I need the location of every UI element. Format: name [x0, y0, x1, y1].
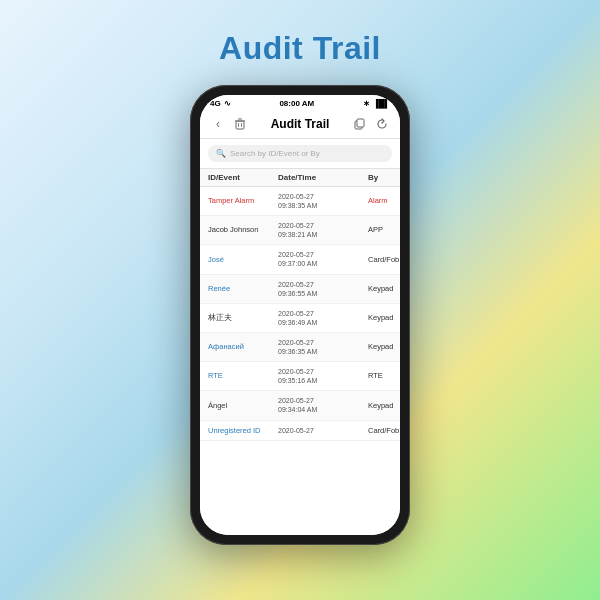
cell-id: Unregistered ID	[208, 426, 278, 436]
cell-id: José	[208, 255, 278, 265]
svg-rect-0	[236, 121, 244, 129]
table-container: ID/Event Date/Time By Tamper Alarm2020-0…	[200, 169, 400, 535]
cell-datetime: 2020-05-27 09:34:04 AM	[278, 396, 368, 414]
search-input[interactable]: 🔍 Search by ID/Event or By	[208, 145, 392, 162]
search-placeholder: Search by ID/Event or By	[230, 149, 320, 158]
table-row[interactable]: José2020-05-27 09:37:00 AMCard/Fob	[200, 245, 400, 274]
table-row[interactable]: 林正夫2020-05-27 09:36:49 AMKeypad	[200, 304, 400, 333]
nav-icons-left: ‹	[210, 116, 248, 132]
table-header: ID/Event Date/Time By	[200, 169, 400, 187]
cell-datetime: 2020-05-27 09:37:00 AM	[278, 250, 368, 268]
col-header-by: By	[368, 173, 400, 182]
table-body: Tamper Alarm2020-05-27 09:38:35 AMAlarmJ…	[200, 187, 400, 441]
col-header-datetime: Date/Time	[278, 173, 368, 182]
cell-datetime: 2020-05-27 09:35:16 AM	[278, 367, 368, 385]
cell-by: Keypad	[368, 342, 400, 352]
table-row[interactable]: Tamper Alarm2020-05-27 09:38:35 AMAlarm	[200, 187, 400, 216]
table-row[interactable]: RTE2020-05-27 09:35:16 AMRTE	[200, 362, 400, 391]
bluetooth-icon: ∗	[363, 99, 370, 108]
cell-id: RTE	[208, 371, 278, 381]
svg-rect-6	[357, 119, 364, 127]
status-time: 08:00 AM	[279, 99, 314, 108]
nav-title: Audit Trail	[271, 117, 330, 131]
cell-id: Jacob Johnson	[208, 225, 278, 235]
signal-icon: 4G	[210, 99, 221, 108]
table-row[interactable]: Jacob Johnson2020-05-27 09:38:21 AMAPP	[200, 216, 400, 245]
col-header-id: ID/Event	[208, 173, 278, 182]
status-right: ∗ ▐█▌	[363, 99, 390, 108]
delete-button[interactable]	[232, 116, 248, 132]
status-bar: 4G ∿ 08:00 AM ∗ ▐█▌	[200, 95, 400, 110]
table-row[interactable]: Unregistered ID2020-05-27Card/Fob	[200, 421, 400, 442]
cell-datetime: 2020-05-27	[278, 426, 368, 435]
cell-by: Card/Fob	[368, 426, 400, 436]
table-row[interactable]: Ángel2020-05-27 09:34:04 AMKeypad	[200, 391, 400, 420]
wifi-icon: ∿	[224, 99, 231, 108]
cell-by: RTE	[368, 371, 400, 381]
cell-id: Tamper Alarm	[208, 196, 278, 206]
cell-by: Keypad	[368, 313, 400, 323]
back-button[interactable]: ‹	[210, 116, 226, 132]
cell-id: Ángel	[208, 401, 278, 411]
cell-id: Афанасий	[208, 342, 278, 352]
nav-icons-right	[352, 116, 390, 132]
cell-by: Keypad	[368, 284, 400, 294]
cell-by: Card/Fob	[368, 255, 400, 265]
cell-datetime: 2020-05-27 09:38:35 AM	[278, 192, 368, 210]
cell-id: 林正夫	[208, 313, 278, 323]
cell-datetime: 2020-05-27 09:36:35 AM	[278, 338, 368, 356]
cell-by: Alarm	[368, 196, 400, 206]
cell-id: Renée	[208, 284, 278, 294]
cell-datetime: 2020-05-27 09:36:49 AM	[278, 309, 368, 327]
table-row[interactable]: Renée2020-05-27 09:36:55 AMKeypad	[200, 275, 400, 304]
cell-by: APP	[368, 225, 400, 235]
search-bar: 🔍 Search by ID/Event or By	[200, 139, 400, 169]
phone-screen: 4G ∿ 08:00 AM ∗ ▐█▌ ‹	[200, 95, 400, 535]
cell-datetime: 2020-05-27 09:36:55 AM	[278, 280, 368, 298]
status-left: 4G ∿	[210, 99, 231, 108]
search-icon: 🔍	[216, 149, 226, 158]
copy-button[interactable]	[352, 116, 368, 132]
cell-by: Keypad	[368, 401, 400, 411]
cell-datetime: 2020-05-27 09:38:21 AM	[278, 221, 368, 239]
phone-frame: 4G ∿ 08:00 AM ∗ ▐█▌ ‹	[190, 85, 410, 545]
battery-icon: ▐█▌	[373, 99, 390, 108]
table-row[interactable]: Афанасий2020-05-27 09:36:35 AMKeypad	[200, 333, 400, 362]
refresh-button[interactable]	[374, 116, 390, 132]
page-title: Audit Trail	[219, 30, 381, 67]
nav-bar: ‹ Audit Trail	[200, 110, 400, 139]
